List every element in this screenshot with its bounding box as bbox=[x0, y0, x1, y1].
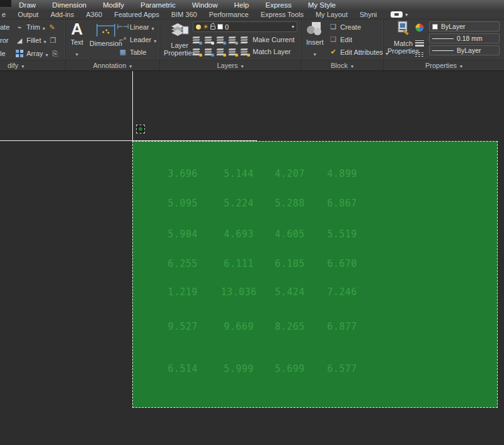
menu-item[interactable]: Parametric bbox=[140, 1, 176, 9]
menu-item[interactable]: Modify bbox=[103, 1, 124, 9]
drawing-number[interactable]: 6.111 bbox=[219, 258, 259, 269]
drawn-vertical-line[interactable] bbox=[132, 71, 133, 140]
drawing-number[interactable]: 4.693 bbox=[219, 228, 259, 240]
panel-label-block[interactable]: Block bbox=[331, 62, 348, 69]
menu-item[interactable]: My Style bbox=[308, 1, 336, 9]
drawing-number[interactable]: 6.867 bbox=[322, 198, 362, 209]
layer-off-icon[interactable] bbox=[193, 37, 201, 43]
ribbon-tab[interactable]: A360 bbox=[86, 11, 102, 18]
drawing-number[interactable]: 6.514 bbox=[163, 363, 203, 375]
drawing-number[interactable]: 13.036 bbox=[219, 286, 259, 298]
chevron-down-icon bbox=[21, 62, 24, 69]
layer-color-swatch bbox=[217, 24, 223, 30]
drawing-number[interactable]: 9.527 bbox=[163, 321, 203, 332]
fillet-button[interactable]: Fillet bbox=[26, 37, 41, 44]
layer-unlock-icon[interactable] bbox=[229, 48, 237, 55]
chevron-down-icon[interactable] bbox=[45, 48, 48, 59]
drawing-number[interactable]: 9.669 bbox=[219, 321, 259, 332]
tab-overflow-control[interactable]: ▾ bbox=[391, 11, 408, 18]
edit-attributes-button[interactable]: ✔ Edit Attributes bbox=[329, 47, 388, 57]
leader-button[interactable]: ⌐° Leader bbox=[118, 35, 156, 44]
layer-unisolate-icon[interactable] bbox=[205, 48, 213, 55]
chevron-down-icon[interactable] bbox=[43, 21, 45, 33]
drawing-number[interactable]: 4.605 bbox=[270, 228, 310, 240]
ribbon-tab[interactable]: Add-ins bbox=[50, 11, 74, 18]
drawing-number[interactable]: 3.696 bbox=[163, 168, 203, 179]
ribbon-tab[interactable]: Express Tools bbox=[261, 11, 304, 18]
layer-freeze-icon[interactable] bbox=[217, 37, 225, 43]
layer-thaw-all-icon[interactable] bbox=[217, 48, 225, 55]
cut-label[interactable]: ate bbox=[0, 23, 13, 31]
drawing-number[interactable]: 5.095 bbox=[163, 198, 203, 209]
make-current-button[interactable]: Make Current bbox=[253, 36, 295, 43]
ribbon-tab[interactable]: Performance bbox=[209, 11, 249, 18]
menu-item[interactable]: Express bbox=[265, 1, 292, 9]
drawing-number[interactable]: 4.899 bbox=[322, 168, 362, 179]
layer-select[interactable]: ☀ 0 ▾ bbox=[193, 21, 297, 32]
chevron-down-icon[interactable] bbox=[43, 35, 46, 46]
menu-item[interactable]: Window bbox=[192, 1, 218, 9]
trim-button[interactable]: Trim bbox=[26, 23, 40, 31]
text-tool-icon: A bbox=[71, 21, 83, 37]
panel-label-annotation[interactable]: Annotation bbox=[93, 62, 127, 69]
menu-item[interactable]: Help bbox=[234, 1, 249, 9]
edit-block-button[interactable]: ❏ Edit bbox=[329, 35, 388, 44]
create-block-button[interactable]: ❏ Create bbox=[329, 22, 388, 31]
erase-icon[interactable]: ✎ bbox=[48, 23, 57, 31]
ribbon-tab[interactable]: My Layout bbox=[316, 11, 348, 18]
drawing-number[interactable]: 5.999 bbox=[219, 363, 259, 375]
drawing-number[interactable]: 6.877 bbox=[322, 321, 362, 332]
panel-label-properties[interactable]: Properties bbox=[425, 62, 457, 69]
insert-button[interactable]: Insert bbox=[306, 22, 324, 59]
drawing-number[interactable]: 6.670 bbox=[322, 258, 362, 269]
linear-button[interactable]: ⊢⊣ Linear bbox=[118, 22, 156, 31]
drawing-number[interactable]: 7.246 bbox=[322, 286, 362, 298]
match-properties-button[interactable]: Match Properties bbox=[387, 21, 419, 55]
drawing-number[interactable]: 8.265 bbox=[270, 321, 310, 332]
cut-label[interactable]: ror bbox=[0, 37, 13, 44]
drawing-number[interactable]: 5.519 bbox=[322, 228, 362, 240]
offset-icon[interactable]: ⎘ bbox=[50, 49, 59, 58]
drawing-number[interactable]: 1.219 bbox=[163, 286, 203, 298]
lineweight-select[interactable]: 0.18 mm bbox=[429, 33, 500, 43]
drawing-number[interactable]: 6.577 bbox=[322, 363, 362, 375]
menu-item[interactable]: Dimension bbox=[52, 1, 86, 9]
layer-properties-button[interactable]: Layer Properties bbox=[164, 21, 195, 57]
object-color-select[interactable]: ByLayer bbox=[429, 21, 500, 31]
drawing-number[interactable]: 5.144 bbox=[219, 168, 259, 179]
drawing-number[interactable]: 5.699 bbox=[270, 363, 310, 375]
linetype-select[interactable]: ByLayer bbox=[429, 45, 500, 55]
ribbon-tab[interactable]: Output bbox=[18, 11, 38, 18]
match-layer-icon[interactable] bbox=[241, 48, 249, 55]
array-button[interactable]: Array bbox=[26, 50, 43, 57]
drawing-canvas[interactable]: 3.6965.1444.2074.8995.0955.2245.2886.867… bbox=[0, 71, 504, 445]
ribbon-tab[interactable]: e bbox=[2, 11, 6, 18]
menu-item[interactable]: Draw bbox=[19, 1, 36, 9]
drawing-number[interactable]: 5.224 bbox=[219, 198, 259, 209]
text-button[interactable]: A Text bbox=[71, 21, 83, 59]
ribbon-tab[interactable]: Featured Apps bbox=[114, 11, 159, 18]
drawing-number[interactable]: 5.904 bbox=[163, 228, 203, 240]
drawing-number[interactable]: 5.424 bbox=[270, 286, 310, 298]
ribbon-tab[interactable]: BIM 360 bbox=[171, 11, 197, 18]
selected-hatch-region[interactable]: 3.6965.1444.2074.8995.0955.2245.2886.867… bbox=[132, 141, 498, 408]
ribbon-tab[interactable]: Shyni bbox=[360, 11, 377, 18]
drawing-number[interactable]: 5.288 bbox=[270, 198, 310, 209]
table-button[interactable]: ▦ Table bbox=[118, 47, 156, 57]
color-wheel-icon[interactable] bbox=[415, 23, 424, 35]
match-layer-button[interactable]: Match Layer bbox=[253, 48, 291, 55]
cut-label[interactable]: le bbox=[0, 50, 13, 57]
layer-isolate-icon[interactable] bbox=[205, 37, 213, 43]
layer-on-all-icon[interactable] bbox=[193, 48, 201, 55]
layer-lock-icon[interactable] bbox=[229, 37, 237, 43]
explode-icon[interactable]: ❒ bbox=[49, 36, 57, 45]
panel-label-modify[interactable]: dify bbox=[8, 62, 18, 69]
trim-icon: ⌁ bbox=[15, 23, 24, 31]
linetype-icon[interactable] bbox=[415, 52, 424, 57]
drawing-number[interactable]: 4.207 bbox=[270, 168, 310, 179]
make-current-icon[interactable] bbox=[241, 37, 249, 43]
drawing-number[interactable]: 6.105 bbox=[270, 258, 310, 269]
lineweight-icon[interactable] bbox=[415, 40, 424, 47]
panel-label-layers[interactable]: Layers bbox=[217, 62, 238, 69]
drawing-number[interactable]: 6.255 bbox=[163, 258, 203, 269]
